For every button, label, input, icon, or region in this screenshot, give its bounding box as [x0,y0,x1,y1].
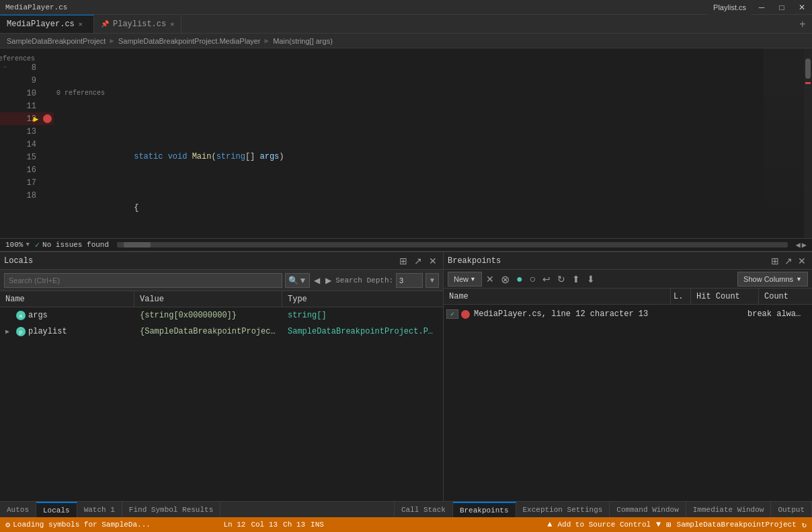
title-controls: Playlist.cs ─ □ ✕ [708,0,812,15]
locals-nav-prev[interactable]: ◀ [313,276,321,285]
bp-float-btn[interactable]: ↗ [782,255,795,267]
tab-mediaplayer[interactable]: MediaPlayer.cs ✕ [0,15,94,33]
line-16-num: 16 [0,163,40,176]
btab-callstack[interactable]: Call Stack [395,502,453,517]
locals-float-btn[interactable]: ↗ [412,255,424,267]
breakpoints-panel: Breakpoints ⊞ ↗ ✕ New ▼ ✕ ⊗ ● ○ ↩ ↻ ⬆ ⬇ [444,252,812,516]
bp-disable-btn[interactable]: ○ [527,272,539,287]
locals-col-name: Name [0,291,134,307]
locals-row-args-name: ▶ a args [0,311,134,321]
btab-autos[interactable]: Autos [0,502,36,517]
bp-toolbar: Breakpoints ⊞ ↗ ✕ [444,252,812,270]
breadcrumb-project[interactable]: SampleDataBreakpointProject [5,37,107,45]
btab-output[interactable]: Output [771,502,812,517]
bp-name-0: MediaPlayer.cs, line 12 character 13 [474,309,722,319]
status-left: ⚙ Loading symbols for SampleDa... [5,520,218,530]
bp-delete-btn[interactable]: ✕ [483,272,497,287]
project-icon: ⊞ [666,520,671,530]
code-line-8: static void Main(string[] args) [56,138,764,151]
breadcrumb-sep2: ▶ [265,36,270,45]
bp-table-header: Name L. Hit Count Count [444,289,812,305]
locals-pin-btn[interactable]: ⊞ [397,255,409,267]
bp-export1-btn[interactable]: ⬆ [569,272,583,287]
tab-playlist-close[interactable]: ✕ [170,20,174,28]
locals-row-args[interactable]: ▶ a args {string[0x00000000]} string[] [0,307,443,324]
bp-refresh1-btn[interactable]: ↩ [540,272,553,287]
editor-vscroll-thumb[interactable] [805,59,811,79]
editor-area: 0 references − 8 9 10 11 12 13 14 15 16 … [0,48,812,238]
issues-text: No issues found [42,241,109,249]
tab-bar-spacer [220,502,395,517]
btab-commandwindow[interactable]: Command Window [610,502,686,517]
args-type-icon: a [16,311,26,320]
bottom-tab-bar: Autos Locals Watch 1 Find Symbol Results… [0,501,812,517]
zoom-control[interactable]: 100% ▼ [5,241,30,249]
locals-row-playlist[interactable]: ▶ p playlist {SampleDataBreakpointProjec… [0,324,443,340]
zoom-level: 100% [5,241,23,249]
locals-depth-input[interactable] [396,273,423,288]
col-indicator: Col 13 [251,521,278,529]
btab-breakpoints[interactable]: Breakpoints [453,502,516,517]
btab-findsymbol[interactable]: Find Symbol Results [122,502,220,517]
source-control-text[interactable]: Add to Source Control [557,521,651,529]
bp-enable-btn[interactable]: ● [514,272,526,287]
locals-nav-next[interactable]: ▶ [324,276,333,285]
bp-checkbox-0[interactable]: ✓ [446,309,458,319]
breadcrumb-class[interactable]: SampleDataBreakpointProject.MediaPlayer [117,37,262,45]
line-indicator: Ln 12 [223,521,245,529]
locals-panel: Locals ⊞ ↗ ✕ 🔍▼ ◀ ▶ Search Depth: ▼ Name… [0,252,444,516]
locals-search-btn[interactable]: 🔍▼ [285,273,310,288]
locals-table-header: Name Value Type [0,291,443,307]
bp-delete-all-btn[interactable]: ⊗ [498,272,512,287]
issues-indicator[interactable]: ✓ No issues found [35,240,109,250]
scroll-btns: ◀ ▶ [796,240,807,250]
tab-playlist[interactable]: 📌 Playlist.cs ✕ [94,15,181,33]
minimap [764,48,804,238]
minimize-btn[interactable]: ─ [752,0,772,15]
bp-new-btn[interactable]: New ▼ [448,272,482,287]
btab-locals[interactable]: Locals [36,502,77,517]
locals-close-btn[interactable]: ✕ [427,255,439,267]
locals-col-value: Value [134,291,282,307]
add-tab-btn[interactable]: + [793,15,812,33]
bp-pin-btn[interactable]: ⊞ [769,255,781,267]
line-14-num: 14 [0,138,40,151]
title-right-file[interactable]: Playlist.cs [708,0,752,15]
code-content[interactable]: 0 references static void Main(string[] a… [54,48,764,238]
bp-gutter-12: ▶ [40,112,54,125]
close-btn[interactable]: ✕ [792,0,812,15]
loading-icon: ⚙ [5,520,10,530]
locals-row-playlist-name: ▶ p playlist [0,327,134,336]
show-columns-btn[interactable]: Show Columns ▼ [737,272,808,287]
maximize-btn[interactable]: □ [772,0,792,15]
breadcrumb-sep1: ▶ [110,36,114,45]
btab-exceptionsettings[interactable]: Exception Settings [516,502,610,517]
locals-depth-dropdown[interactable]: ▼ [425,273,439,288]
bp-gutter-9 [40,74,54,87]
tab-mediaplayer-close[interactable]: ✕ [79,20,83,28]
bp-refresh2-btn[interactable]: ↻ [555,272,568,287]
bp-row-0[interactable]: ✓ MediaPlayer.cs, line 12 character 13 b… [444,305,812,324]
bp-close-btn[interactable]: ✕ [796,255,808,267]
btab-immediatewindow[interactable]: Immediate Window [686,502,772,517]
h-scrollbar-thumb[interactable] [124,242,151,248]
locals-depth-label: Search Depth: [335,276,393,284]
locals-title: Locals [4,256,395,266]
breadcrumb-method[interactable]: Main(string[] args) [272,37,334,45]
editor-vscroll[interactable] [804,48,812,238]
playlist-expand-icon[interactable]: ▶ [5,328,13,336]
args-name-text: args [28,311,48,320]
scroll-right-icon[interactable]: ▶ [802,240,807,250]
code-line-9: { [56,189,764,202]
collapse-8-icon[interactable]: − [3,64,7,71]
bp-export2-btn[interactable]: ⬇ [584,272,598,287]
locals-search-input[interactable] [4,273,282,288]
h-scrollbar[interactable] [117,242,787,248]
check-icon: ✓ [35,240,40,250]
bp-gutter-8 [40,61,54,74]
scroll-left-icon[interactable]: ◀ [796,240,801,250]
down-icon: ▼ [656,520,661,529]
project-name: SampleDataBreakpointProject [677,521,797,529]
btab-watch1[interactable]: Watch 1 [77,502,122,517]
tab-playlist-label: Playlist.cs [113,20,166,29]
